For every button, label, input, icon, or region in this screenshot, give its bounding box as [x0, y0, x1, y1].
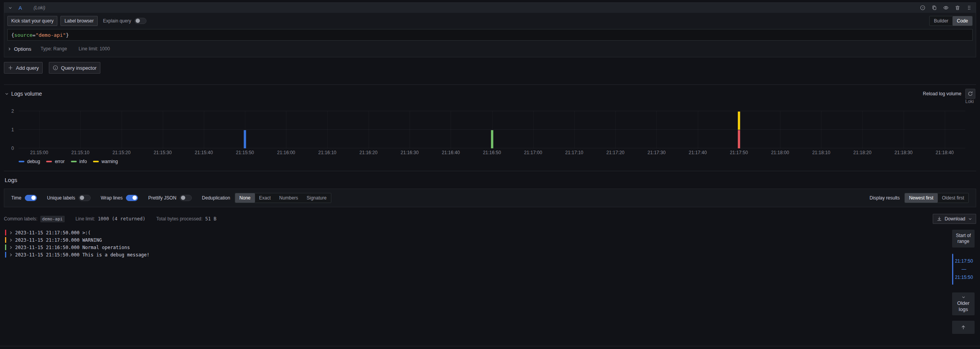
control-label: Wrap lines — [101, 195, 122, 201]
order-option-oldest-first[interactable]: Oldest first — [938, 193, 968, 203]
x-axis-tick-label: 21:17:40 — [689, 150, 707, 155]
toggle-wrap-lines[interactable] — [126, 195, 138, 201]
expand-log-chevron-icon[interactable] — [9, 238, 13, 242]
kick-start-query-button[interactable]: Kick start your query — [7, 16, 57, 26]
grid-line-vertical — [327, 111, 328, 148]
deduplication-control: Deduplication NoneExactNumbersSignature — [202, 193, 331, 203]
range-to-time: 21:15:50 — [955, 275, 973, 280]
toggle-knob — [80, 196, 84, 200]
log-line-text: 2023-11-15 21:17:50.000 WARNING — [15, 237, 102, 243]
expand-log-chevron-icon[interactable] — [9, 231, 13, 235]
range-separator: — — [962, 266, 966, 272]
download-icon — [937, 216, 942, 222]
grid-line-vertical — [286, 111, 286, 148]
collapse-chevron-icon[interactable] — [5, 92, 9, 96]
scroll-to-top-button[interactable] — [952, 321, 975, 334]
log-row-warning[interactable]: 2023-11-15 21:17:50.000 WARNING — [4, 236, 937, 244]
logs-volume-chart: 012 21:15:0021:15:1021:15:2021:15:3021:1… — [4, 105, 976, 156]
query-row-header[interactable]: A (Loki) ? — [4, 3, 976, 13]
duplicate-query-icon[interactable] — [932, 5, 937, 10]
display-results-control: Display results Newest firstOldest first — [870, 193, 969, 203]
label-browser-button[interactable]: Label browser — [60, 16, 97, 26]
legend-item-debug[interactable]: debug — [19, 159, 40, 164]
dedup-option-numbers[interactable]: Numbers — [275, 193, 303, 203]
older-logs-button[interactable]: Older logs — [952, 292, 975, 315]
legend-item-warning[interactable]: warning — [93, 159, 118, 164]
log-line-text: 2023-11-15 21:17:50.000 >:( — [15, 230, 91, 236]
volume-bar-debug — [244, 130, 246, 148]
explain-query-label: Explain query — [103, 18, 131, 24]
common-labels-label: Common labels: — [4, 216, 38, 222]
deduplication-label: Deduplication — [202, 195, 230, 201]
query-row-actions: ? — [920, 5, 972, 10]
download-button[interactable]: Download — [933, 214, 976, 224]
toggle-knob — [181, 196, 185, 200]
legend-label-error: error — [55, 159, 64, 164]
line-limit-label: Line limit: — [76, 216, 95, 222]
logql-query-input[interactable]: {source="demo-api"} — [7, 29, 973, 41]
grid-line-vertical — [945, 111, 945, 148]
log-rows-area: 2023-11-15 21:17:50.000 >:(2023-11-15 21… — [4, 229, 976, 349]
x-axis-tick-label: 21:17:10 — [565, 150, 584, 155]
dedup-option-none[interactable]: None — [235, 193, 255, 203]
line-limit-value: 1000 (4 returned) — [98, 216, 145, 222]
toggle-visibility-icon[interactable] — [943, 5, 949, 10]
toggle-knob — [136, 19, 140, 23]
log-level-indicator-info — [5, 244, 6, 250]
expand-log-chevron-icon[interactable] — [9, 246, 13, 249]
legend-label-debug: debug — [27, 159, 40, 164]
volume-bar-error — [738, 130, 740, 148]
toggle-knob — [31, 196, 36, 200]
volume-bar-warning — [738, 112, 740, 130]
legend-item-info[interactable]: info — [71, 159, 87, 164]
query-token: { — [11, 32, 14, 38]
log-level-indicator-debug — [5, 252, 6, 258]
x-axis-tick-label: 21:18:40 — [936, 150, 954, 155]
legend-item-error[interactable]: error — [46, 159, 64, 164]
log-list: 2023-11-15 21:17:50.000 >:(2023-11-15 21… — [4, 229, 976, 258]
x-axis-tick-label: 21:16:00 — [277, 150, 295, 155]
query-inspector-button[interactable]: Query inspector — [49, 62, 100, 74]
reload-log-volume-button[interactable] — [965, 89, 975, 99]
query-options-collapse[interactable]: Options Type: Range Line limit: 1000 — [7, 44, 973, 54]
current-range-indicator: 21:17:50 — 21:15:50 — [952, 254, 975, 285]
dedup-option-exact[interactable]: Exact — [255, 193, 275, 203]
add-query-button[interactable]: Add query — [4, 62, 43, 74]
dedup-option-signature[interactable]: Signature — [302, 193, 331, 203]
remove-query-icon[interactable] — [955, 5, 960, 10]
toggle-time[interactable] — [25, 195, 37, 201]
log-line-text: 2023-11-15 21:16:50.000 Normal operation… — [15, 245, 130, 250]
help-icon[interactable]: ? — [920, 5, 925, 10]
toggle-knob — [133, 196, 137, 200]
logs-volume-header: Logs volume Reload log volume — [4, 89, 976, 99]
order-option-newest-first[interactable]: Newest first — [905, 193, 938, 203]
toggle-prettify-json[interactable] — [180, 195, 192, 201]
query-token-label: source — [14, 32, 33, 38]
x-axis-tick-label: 21:15:10 — [71, 150, 90, 155]
bytes-processed-label: Total bytes processed: — [156, 216, 202, 222]
log-row-debug[interactable]: 2023-11-15 21:15:50.000 This is a debug … — [4, 251, 937, 258]
toggle-unique-labels[interactable] — [79, 195, 91, 201]
collapse-chevron-icon[interactable] — [8, 6, 12, 10]
grid-line-vertical — [862, 111, 863, 148]
log-row-info[interactable]: 2023-11-15 21:16:50.000 Normal operation… — [4, 244, 937, 251]
reload-log-volume-label: Reload log volume — [923, 91, 961, 96]
logs-section: Logs TimeUnique labelsWrap linesPrettify… — [4, 171, 976, 349]
expand-log-chevron-icon[interactable] — [9, 253, 13, 257]
x-axis-tick-label: 21:18:30 — [894, 150, 913, 155]
query-token: = — [33, 32, 36, 38]
grid-line-vertical — [163, 111, 163, 148]
explain-query-toggle[interactable] — [134, 18, 146, 24]
drag-handle-icon[interactable] — [966, 5, 972, 10]
grid-line-vertical — [821, 111, 822, 148]
mode-option-builder[interactable]: Builder — [930, 16, 952, 26]
deduplication-options: NoneExactNumbersSignature — [235, 193, 331, 203]
grid-line-vertical — [410, 111, 410, 148]
legend-swatch-error — [46, 161, 52, 162]
older-logs-label: Older logs — [954, 300, 973, 313]
query-token-value: "demo-api" — [36, 32, 66, 38]
y-axis: 012 — [4, 111, 16, 148]
start-of-range-button[interactable]: Start of range — [952, 230, 975, 248]
mode-option-code[interactable]: Code — [952, 16, 972, 26]
log-row-error[interactable]: 2023-11-15 21:17:50.000 >:( — [4, 229, 937, 236]
